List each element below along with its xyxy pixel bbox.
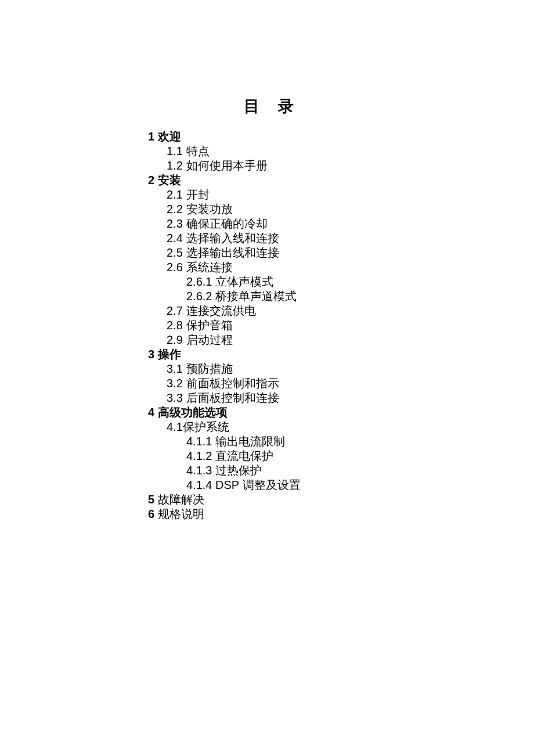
toc-entry-text: 预防措施: [186, 362, 233, 375]
toc-entry-number: 2.6.1: [186, 275, 212, 288]
toc-entry-number: 4.1: [167, 420, 183, 433]
toc-entry: 2.5选择输出线和连接: [148, 246, 534, 260]
toc-entry-text: 启动过程: [186, 333, 233, 346]
toc-entry-number: 2.7: [167, 304, 183, 317]
toc-entry: 2.7连接交流供电: [148, 304, 534, 318]
toc-entry-text: 安装功放: [186, 203, 233, 215]
toc-entry: 2.4选择输入线和连接: [148, 231, 534, 245]
toc-entry: 1.1特点: [148, 144, 534, 158]
toc-entry-number: 5: [148, 493, 154, 506]
toc-entry-number: 3.1: [167, 362, 183, 375]
toc-entry-text: 调整及设置: [243, 478, 301, 491]
toc-entry-number: 1: [148, 130, 154, 143]
toc-entry-number: 4.1.2: [186, 449, 212, 462]
toc-entry-text: 规格说明: [158, 507, 204, 520]
toc-entry-number: 4.1.3: [186, 464, 212, 477]
toc-entry-text: 保护系统: [183, 420, 229, 433]
toc-entry-text: 欢迎: [158, 130, 181, 143]
toc-entry: 2.6系统连接: [148, 260, 534, 274]
toc-entry-number: 3.2: [167, 377, 183, 390]
toc-entry-number: 2.8: [167, 319, 183, 332]
toc-entry-number: 4.1.4 DSP: [186, 478, 239, 491]
toc-entry-text: 过热保护: [215, 464, 262, 477]
toc-entry: 4.1.3过热保护: [148, 463, 534, 477]
toc-entry: 2.9启动过程: [148, 333, 534, 347]
toc-entry: 3.1预防措施: [148, 362, 534, 376]
toc-entry-text: 选择输出线和连接: [186, 246, 279, 259]
toc-entry-number: 2.3: [167, 217, 183, 230]
page-title: 目录: [244, 96, 534, 117]
toc-entry-text: 安装: [158, 174, 181, 186]
toc-entry-text: 操作: [158, 348, 181, 361]
toc-entry-number: 2.2: [167, 203, 183, 215]
toc-entry-number: 2.1: [167, 188, 183, 201]
toc-entry: 4高级功能选项: [148, 405, 534, 419]
toc-entry-text: 选择输入线和连接: [186, 232, 279, 244]
toc-entry: 2.2安装功放: [148, 202, 534, 216]
toc-entry: 2.6.2桥接单声道模式: [148, 289, 534, 303]
toc-entry-number: 2.9: [167, 333, 183, 346]
toc-entry: 2.6.1立体声模式: [148, 275, 534, 289]
toc-entry-text: 立体声模式: [215, 275, 273, 288]
toc-entry-text: 前面板控制和指示: [186, 377, 279, 390]
toc-entry: 4.1保护系统: [148, 420, 534, 434]
toc-entry-number: 2.6: [167, 261, 183, 273]
toc-entry-text: 确保正确的冷却: [186, 217, 268, 230]
toc-entry-text: 桥接单声道模式: [215, 290, 297, 303]
toc-entry-text: 高级功能选项: [158, 406, 228, 419]
toc-entry: 1欢迎: [148, 129, 534, 143]
toc-entry-number: 4.1.1: [186, 435, 212, 448]
toc-entry-text: 直流电保护: [215, 449, 273, 462]
toc-entry: 2.1开封: [148, 188, 534, 201]
toc-entry-text: 系统连接: [186, 261, 233, 273]
toc-entry-number: 6: [148, 507, 154, 520]
toc-entry: 6规格说明: [148, 507, 534, 521]
toc-entry: 2安装: [148, 173, 534, 187]
toc-entry-number: 2.5: [167, 246, 183, 259]
toc-entry-number: 4: [148, 406, 154, 419]
toc-entry: 4.1.2直流电保护: [148, 449, 534, 463]
toc-entry: 4.1.4 DSP调整及设置: [148, 478, 534, 492]
toc-entry-text: 输出电流限制: [215, 435, 285, 448]
toc-entry-text: 保护音箱: [186, 319, 233, 332]
toc-entry-text: 后面板控制和连接: [186, 391, 279, 404]
toc-entry-text: 如何使用本手册: [186, 159, 268, 172]
toc-entry-number: 1.2: [167, 159, 183, 172]
toc-entry-number: 3.3: [167, 391, 183, 404]
toc-entry: 2.8保护音箱: [148, 318, 534, 332]
table-of-contents: 1欢迎1.1特点1.2如何使用本手册2安装2.1开封2.2安装功放2.3确保正确…: [148, 129, 534, 521]
toc-entry-number: 1.1: [167, 145, 183, 157]
toc-entry-text: 连接交流供电: [186, 304, 256, 317]
toc-entry-text: 开封: [186, 188, 210, 201]
toc-entry-number: 2.6.2: [186, 290, 212, 303]
toc-entry: 4.1.1输出电流限制: [148, 434, 534, 448]
toc-entry: 3操作: [148, 347, 534, 361]
toc-entry-text: 故障解决: [158, 493, 204, 506]
toc-entry-number: 3: [148, 348, 154, 361]
toc-entry-number: 2.4: [167, 232, 183, 244]
toc-entry-number: 2: [148, 174, 154, 186]
toc-entry: 5故障解决: [148, 492, 534, 506]
document-page: 目录 1欢迎1.1特点1.2如何使用本手册2安装2.1开封2.2安装功放2.3确…: [0, 0, 534, 521]
toc-entry-text: 特点: [186, 145, 210, 157]
toc-entry: 3.3后面板控制和连接: [148, 391, 534, 405]
toc-entry: 1.2如何使用本手册: [148, 159, 534, 172]
toc-entry: 2.3确保正确的冷却: [148, 217, 534, 231]
toc-entry: 3.2前面板控制和指示: [148, 376, 534, 390]
